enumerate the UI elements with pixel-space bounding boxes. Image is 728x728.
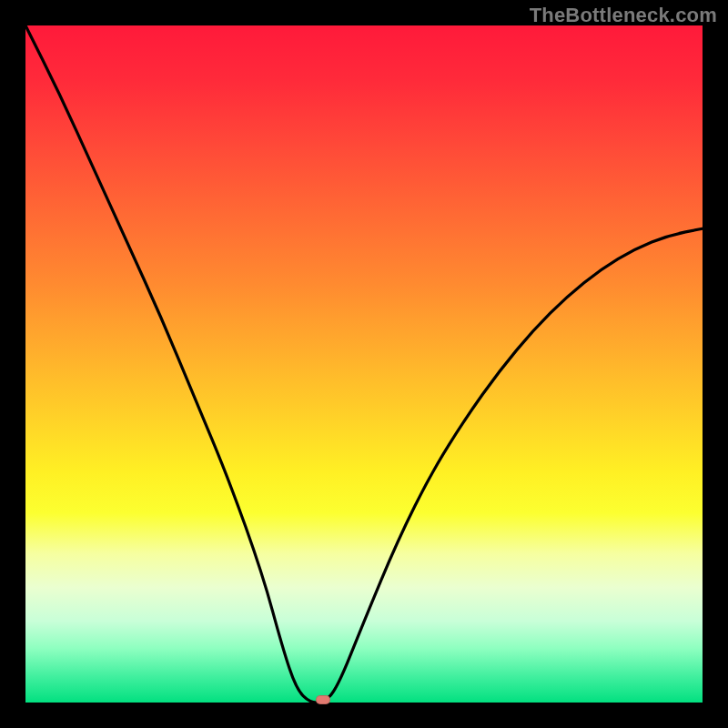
watermark-text: TheBottleneck.com: [530, 4, 717, 27]
bottleneck-curve-svg: [25, 25, 703, 703]
optimal-marker: [316, 695, 330, 704]
bottleneck-curve-path: [25, 25, 703, 703]
chart-frame: TheBottleneck.com: [0, 0, 728, 728]
plot-area: [25, 25, 703, 703]
